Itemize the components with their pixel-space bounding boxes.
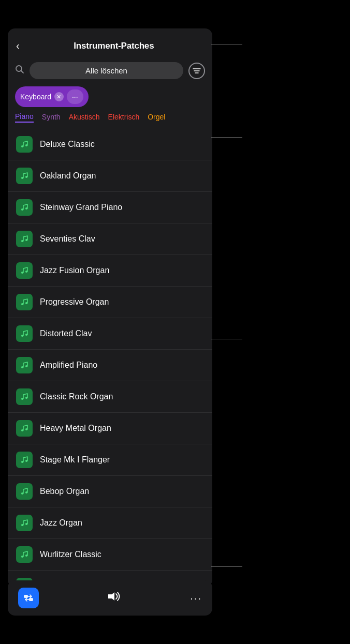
- svg-point-28: [25, 491, 27, 493]
- bottom-toolbar: ···: [8, 580, 212, 616]
- list-item[interactable]: Wurlitzer Classic: [8, 539, 212, 571]
- svg-point-27: [21, 492, 23, 495]
- svg-point-14: [25, 271, 27, 273]
- list-item[interactable]: Jazz Organ: [8, 507, 212, 539]
- music-note-icon: [16, 136, 33, 153]
- svg-point-9: [21, 208, 23, 211]
- svg-point-12: [25, 239, 27, 241]
- tag-more-button[interactable]: ···: [67, 89, 83, 104]
- svg-point-15: [21, 303, 23, 305]
- panel-title: Instrument-Patches: [24, 41, 204, 51]
- tag-label: Keyboard: [20, 93, 51, 101]
- instrument-name: Jazz Fusion Organ: [40, 266, 109, 275]
- svg-rect-35: [24, 595, 28, 598]
- filter-button[interactable]: [188, 63, 205, 79]
- list-item[interactable]: Stage Mk I Flanger: [8, 444, 212, 476]
- music-note-icon: [16, 231, 33, 247]
- music-note-icon: [16, 325, 33, 342]
- music-note-icon: [16, 357, 33, 373]
- svg-point-20: [25, 365, 27, 367]
- svg-point-30: [25, 523, 27, 525]
- svg-point-24: [25, 428, 27, 430]
- category-tab-elektrisch[interactable]: Elektrisch: [108, 113, 140, 122]
- volume-button[interactable]: [107, 591, 122, 605]
- list-item[interactable]: Distorted Clav: [8, 318, 212, 350]
- switch-button[interactable]: [18, 588, 39, 608]
- music-note-icon: [16, 388, 33, 405]
- category-tabs: PianoSynthAkustischElektrischOrgel: [8, 112, 212, 129]
- category-tab-orgel[interactable]: Orgel: [148, 113, 165, 122]
- svg-point-10: [25, 207, 27, 209]
- back-button[interactable]: ‹: [16, 38, 24, 54]
- list-item[interactable]: Bebop Organ: [8, 476, 212, 507]
- search-icon: [15, 65, 24, 77]
- category-tab-synth[interactable]: Synth: [42, 113, 61, 122]
- list-item[interactable]: Progressive Organ: [8, 287, 212, 318]
- list-item[interactable]: Seventies Clav: [8, 223, 212, 255]
- music-note-icon: [16, 262, 33, 279]
- anno-line-scroll: [211, 339, 242, 339]
- app-container: ‹ Instrument-Patches Alle löschen: [0, 0, 350, 644]
- music-note-icon: [16, 515, 33, 531]
- instrument-name: Seventies Clav: [40, 234, 95, 244]
- list-item[interactable]: Classic Rock Organ: [8, 381, 212, 413]
- music-note-icon: [16, 546, 33, 563]
- instrument-name: Wurlitzer Classic: [40, 550, 101, 559]
- svg-point-17: [21, 335, 23, 337]
- list-item[interactable]: Amplified Piano: [8, 350, 212, 381]
- instrument-name: Distorted Clav: [40, 329, 92, 338]
- anno-line-tabs: [211, 137, 242, 138]
- svg-line-1: [21, 71, 24, 73]
- anno-line-toolbar: [211, 566, 242, 567]
- anno-line-title: [211, 44, 242, 44]
- svg-point-25: [21, 461, 23, 463]
- svg-point-22: [25, 397, 27, 399]
- instrument-name: Deluxe Classic: [40, 140, 95, 149]
- list-item[interactable]: Steinway Grand Piano: [8, 192, 212, 223]
- music-note-icon: [16, 199, 33, 216]
- svg-point-29: [21, 524, 23, 526]
- svg-point-13: [21, 272, 23, 274]
- svg-point-7: [21, 177, 23, 179]
- category-tab-piano[interactable]: Piano: [15, 112, 34, 123]
- svg-point-16: [25, 302, 27, 304]
- svg-rect-36: [29, 598, 33, 601]
- instrument-list[interactable]: Deluxe Classic Oakland Organ Steinway Gr…: [8, 129, 212, 587]
- keyboard-tag[interactable]: Keyboard ✕ ···: [15, 86, 89, 107]
- instrument-name: Bebop Organ: [40, 487, 89, 496]
- music-note-icon: [16, 452, 33, 468]
- list-item[interactable]: Heavy Metal Organ: [8, 413, 212, 444]
- category-tab-akustisch[interactable]: Akustisch: [69, 113, 100, 122]
- svg-point-26: [25, 460, 27, 462]
- svg-point-32: [25, 555, 27, 557]
- list-item[interactable]: Oakland Organ: [8, 160, 212, 192]
- svg-marker-37: [108, 592, 114, 601]
- instrument-name: Stage Mk I Flanger: [40, 455, 110, 465]
- svg-point-23: [21, 429, 23, 431]
- music-note-icon: [16, 420, 33, 437]
- search-bar: Alle löschen: [8, 59, 212, 84]
- panel-header: ‹ Instrument-Patches: [8, 28, 212, 59]
- svg-point-31: [21, 556, 23, 558]
- svg-point-21: [21, 398, 23, 400]
- svg-point-18: [25, 334, 27, 336]
- svg-point-5: [21, 145, 23, 147]
- svg-point-19: [21, 366, 23, 368]
- music-note-icon: [16, 294, 33, 310]
- instrument-name: Amplified Piano: [40, 361, 97, 370]
- instrument-name: Progressive Organ: [40, 297, 109, 307]
- svg-point-6: [25, 144, 27, 146]
- instrument-patches-panel: ‹ Instrument-Patches Alle löschen: [8, 28, 212, 587]
- instrument-name: Heavy Metal Organ: [40, 424, 111, 433]
- instrument-name: Jazz Organ: [40, 518, 82, 528]
- instrument-name: Classic Rock Organ: [40, 392, 113, 401]
- tag-remove-button[interactable]: ✕: [54, 92, 64, 101]
- more-options-button[interactable]: ···: [190, 592, 202, 604]
- svg-point-11: [21, 240, 23, 242]
- svg-point-8: [25, 176, 27, 178]
- list-item[interactable]: Jazz Fusion Organ: [8, 255, 212, 287]
- instrument-name: Steinway Grand Piano: [40, 203, 122, 212]
- clear-all-button[interactable]: Alle löschen: [30, 62, 183, 79]
- music-note-icon: [16, 168, 33, 184]
- list-item[interactable]: Deluxe Classic: [8, 129, 212, 160]
